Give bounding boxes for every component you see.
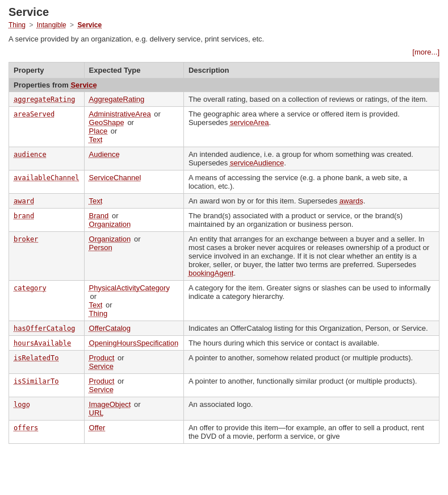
- property-cell-aggregateRating: aggregateRating: [9, 92, 85, 107]
- section-service-link[interactable]: Service: [70, 81, 97, 89]
- type-cell-brand: Brand orOrganization: [84, 209, 183, 232]
- type-cell-areaServed: AdministrativeArea orGeoShape orPlace or…: [84, 107, 183, 147]
- type-cell-hasOfferCatalog: OfferCatalog: [84, 321, 183, 336]
- property-cell-isRelatedTo: isRelatedTo: [9, 351, 85, 374]
- property-cell-category: category: [9, 281, 85, 321]
- type-cell-hoursAvailable: OpeningHoursSpecification: [84, 336, 183, 351]
- table-row: brandBrand orOrganizationThe brand(s) as…: [9, 209, 439, 232]
- table-row: hoursAvailableOpeningHoursSpecificationT…: [9, 336, 439, 351]
- section-header: Properties from Service: [9, 78, 439, 92]
- desc-cell-audience: An intended audience, i.e. a group for w…: [183, 147, 439, 170]
- desc-cell-hasOfferCatalog: Indicates an OfferCatalog listing for th…: [183, 321, 439, 336]
- table-row: availableChannelServiceChannelA means of…: [9, 170, 439, 194]
- desc-cell-offers: An offer to provide this item—for exampl…: [183, 421, 439, 444]
- table-row: audienceAudienceAn intended audience, i.…: [9, 147, 439, 170]
- desc-cell-broker: An entity that arranges for an exchange …: [183, 232, 439, 281]
- col-header-expected-type: Expected Type: [84, 63, 183, 78]
- table-row: offersOfferAn offer to provide this item…: [9, 421, 439, 444]
- property-link-logo[interactable]: logo: [14, 401, 30, 409]
- property-link-isSimilarTo[interactable]: isSimilarTo: [14, 377, 58, 385]
- property-cell-hasOfferCatalog: hasOfferCatalog: [9, 321, 85, 336]
- desc-cell-isRelatedTo: A pointer to another, somehow related pr…: [183, 351, 439, 374]
- table-row: categoryPhysicalActivityCategory orText …: [9, 281, 439, 321]
- desc-cell-logo: An associated logo.: [183, 397, 439, 421]
- property-link-broker[interactable]: broker: [14, 235, 38, 243]
- type-cell-category: PhysicalActivityCategory orText orThing: [84, 281, 183, 321]
- desc-cell-availableChannel: A means of accessing the service (e.g. a…: [183, 170, 439, 194]
- property-cell-isSimilarTo: isSimilarTo: [9, 374, 85, 397]
- table-row: logoImageObject orURLAn associated logo.: [9, 397, 439, 421]
- property-link-isRelatedTo[interactable]: isRelatedTo: [14, 354, 58, 362]
- type-cell-offers: Offer: [84, 421, 183, 444]
- desc-cell-award: An award won by or for this item. Supers…: [183, 194, 439, 209]
- desc-cell-hoursAvailable: The hours during which this service or c…: [183, 336, 439, 351]
- property-cell-availableChannel: availableChannel: [9, 170, 85, 194]
- property-link-hoursAvailable[interactable]: hoursAvailable: [14, 339, 71, 347]
- property-cell-audience: audience: [9, 147, 85, 170]
- breadcrumb: Thing > Intangible > Service: [9, 21, 439, 29]
- property-link-availableChannel[interactable]: availableChannel: [14, 174, 79, 182]
- type-cell-award: Text: [84, 194, 183, 209]
- table-row: aggregateRatingAggregateRatingThe overal…: [9, 92, 439, 107]
- property-cell-award: award: [9, 194, 85, 209]
- property-cell-offers: offers: [9, 421, 85, 444]
- desc-cell-aggregateRating: The overall rating, based on a collectio…: [183, 92, 439, 107]
- property-cell-areaServed: areaServed: [9, 107, 85, 147]
- type-cell-audience: Audience: [84, 147, 183, 170]
- type-cell-aggregateRating: AggregateRating: [84, 92, 183, 107]
- property-link-brand[interactable]: brand: [14, 212, 34, 220]
- property-link-audience[interactable]: audience: [14, 151, 47, 159]
- type-cell-availableChannel: ServiceChannel: [84, 170, 183, 194]
- desc-cell-areaServed: The geographic area where a service or o…: [183, 107, 439, 147]
- table-row: isRelatedToProduct orServiceA pointer to…: [9, 351, 439, 374]
- property-link-hasOfferCatalog[interactable]: hasOfferCatalog: [14, 325, 75, 332]
- breadcrumb-thing[interactable]: Thing: [9, 21, 26, 29]
- property-link-award[interactable]: award: [14, 197, 34, 205]
- property-cell-broker: broker: [9, 232, 85, 281]
- table-row: areaServedAdministrativeArea orGeoShape …: [9, 107, 439, 147]
- table-row: isSimilarToProduct orServiceA pointer to…: [9, 374, 439, 397]
- property-cell-hoursAvailable: hoursAvailable: [9, 336, 85, 351]
- property-link-areaServed[interactable]: areaServed: [14, 110, 55, 118]
- type-cell-logo: ImageObject orURL: [84, 397, 183, 421]
- type-cell-broker: Organization orPerson: [84, 232, 183, 281]
- type-cell-isRelatedTo: Product orService: [84, 351, 183, 374]
- property-link-category[interactable]: category: [14, 284, 47, 292]
- property-link-aggregateRating[interactable]: aggregateRating: [14, 95, 75, 103]
- desc-cell-brand: The brand(s) associated with a product o…: [183, 209, 439, 232]
- breadcrumb-intangible[interactable]: Intangible: [37, 21, 66, 29]
- table-row: hasOfferCatalogOfferCatalogIndicates an …: [9, 321, 439, 336]
- breadcrumb-service[interactable]: Service: [77, 21, 102, 29]
- property-cell-logo: logo: [9, 397, 85, 421]
- page-title: Service: [9, 6, 439, 19]
- page-description: A service provided by an organization, e…: [9, 35, 439, 43]
- desc-cell-isSimilarTo: A pointer to another, functionally simil…: [183, 374, 439, 397]
- desc-cell-category: A category for the item. Greater signs o…: [183, 281, 439, 321]
- property-link-offers[interactable]: offers: [14, 424, 38, 432]
- property-cell-brand: brand: [9, 209, 85, 232]
- table-row: brokerOrganization orPersonAn entity tha…: [9, 232, 439, 281]
- table-row: awardTextAn award won by or for this ite…: [9, 194, 439, 209]
- col-header-description: Description: [183, 63, 439, 78]
- more-link-container: [more...]: [9, 48, 439, 56]
- type-cell-isSimilarTo: Product orService: [84, 374, 183, 397]
- properties-table: Property Expected Type Description Prope…: [9, 62, 439, 444]
- more-link[interactable]: [more...]: [412, 48, 439, 56]
- col-header-property: Property: [9, 63, 85, 78]
